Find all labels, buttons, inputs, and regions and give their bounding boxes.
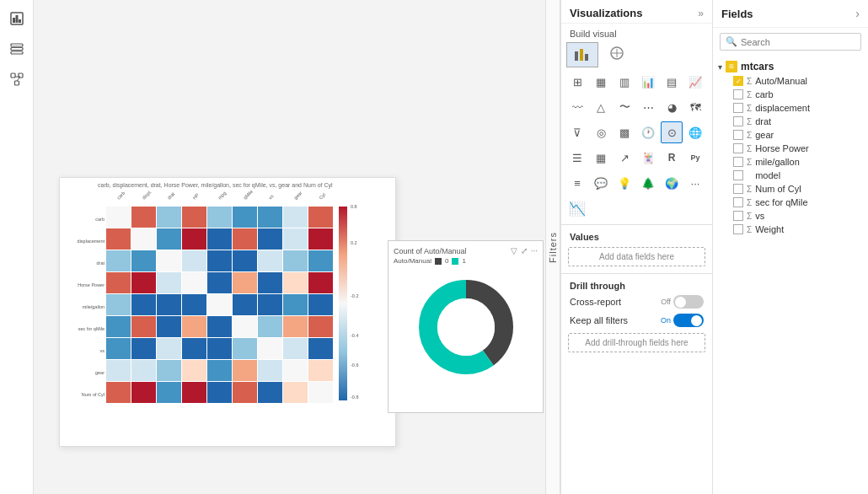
fields-item-gear[interactable]: Σ gear (713, 128, 868, 142)
viz-icon-speech[interactable]: 💬 (590, 172, 612, 194)
viz-icon-custom1[interactable]: 🌍 (661, 172, 683, 194)
keep-filters-toggle[interactable] (673, 314, 704, 327)
checkbox-vs[interactable] (733, 211, 743, 221)
svg-rect-7 (11, 73, 15, 78)
fields-item-weight[interactable]: Σ Weight (713, 223, 868, 236)
svg-rect-44 (233, 250, 257, 271)
expand-icon[interactable]: ⤢ (521, 246, 528, 255)
svg-rect-84 (106, 360, 131, 381)
left-sidebar (0, 0, 34, 494)
viz-icon-trend[interactable]: 📉 (566, 197, 588, 219)
svg-rect-5 (11, 48, 23, 51)
model-icon[interactable] (5, 67, 29, 91)
mini-chart: Count of Auto/Manual ▽ ⤢ ··· Auto/Manual… (388, 240, 544, 413)
data-icon[interactable] (5, 37, 29, 61)
checkbox-displacement[interactable] (733, 103, 743, 113)
viz-icon-stacked-bar[interactable]: ⊞ (566, 71, 588, 93)
viz-icon-bar-chart[interactable]: 📊 (637, 71, 659, 93)
svg-rect-1 (13, 18, 15, 23)
viz-icon-donut[interactable]: ⊙ (661, 121, 683, 143)
svg-text:drat: drat (166, 191, 175, 200)
viz-icon-gauge[interactable]: ◎ (590, 121, 612, 143)
checkbox-gear[interactable] (733, 130, 743, 140)
field-label-model: model (755, 170, 780, 180)
viz-icon-py[interactable]: Py (684, 147, 706, 169)
cross-report-toggle[interactable] (673, 295, 704, 309)
checkbox-drat[interactable] (733, 116, 743, 126)
viz-icon-scatter[interactable]: ⋯ (637, 96, 659, 118)
viz-icon-smart[interactable]: 💡 (613, 172, 635, 194)
checkbox-secforqmile[interactable] (733, 197, 743, 207)
svg-rect-24 (182, 207, 206, 228)
viz-icon-pie[interactable]: ◕ (661, 96, 683, 118)
fields-item-model[interactable]: Σ model (713, 169, 868, 182)
sigma-secforqmile: Σ (747, 198, 752, 207)
viz-tab-chart[interactable] (566, 42, 598, 67)
field-label-automanual: Auto/Manual (755, 76, 807, 86)
viz-icon-more[interactable]: ··· (684, 172, 706, 194)
checkbox-milepergallon[interactable] (733, 157, 743, 167)
viz-expand-icon[interactable]: » (698, 8, 704, 19)
fields-item-vs[interactable]: Σ vs (713, 209, 868, 223)
viz-icon-mountain[interactable]: △ (590, 96, 612, 118)
fields-item-milepergallon[interactable]: Σ mile/gallon (713, 155, 868, 169)
viz-icon-globe[interactable]: 🌐 (684, 121, 706, 143)
more-icon[interactable]: ··· (531, 246, 538, 255)
svg-rect-27 (258, 207, 282, 228)
filters-panel[interactable]: Filters (545, 0, 560, 494)
viz-icon-funnel[interactable]: ⊽ (566, 121, 588, 143)
viz-icon-r[interactable]: R (661, 147, 683, 169)
viz-icon-100-bar[interactable]: ▥ (613, 71, 635, 93)
viz-icon-table[interactable]: ☰ (566, 147, 588, 169)
filter-icon[interactable]: ▽ (511, 246, 517, 255)
viz-icon-decomp[interactable]: 🌲 (637, 172, 659, 194)
fields-item-numofcyl[interactable]: Σ Num of Cyl (713, 182, 868, 196)
checkbox-model[interactable] (733, 170, 743, 180)
svg-text:gear: gear (292, 191, 303, 201)
checkbox-automanual[interactable]: ✓ (733, 76, 743, 86)
svg-text:qMile: qMile (242, 190, 254, 201)
mini-chart-header: Count of Auto/Manual ▽ ⤢ ··· (394, 246, 538, 255)
viz-icon-area[interactable]: 〰 (566, 96, 588, 118)
checkbox-carb[interactable] (733, 89, 743, 99)
add-drillthrough-field[interactable]: Add drill-through fields here (568, 333, 705, 352)
fields-item-carb[interactable]: Σ carb (713, 88, 868, 101)
fields-item-secforqmile[interactable]: Σ sec for qMile (713, 196, 868, 209)
svg-rect-56 (308, 272, 333, 293)
search-input[interactable] (741, 37, 857, 47)
viz-icon-line-chart[interactable]: 📈 (684, 71, 706, 93)
fields-search-box[interactable]: 🔍 (720, 33, 861, 51)
viz-icon-kpi[interactable]: ↗ (613, 147, 635, 169)
filters-label: Filters (548, 232, 558, 263)
svg-rect-40 (131, 250, 156, 271)
viz-icon-ribbon[interactable]: 〜 (613, 96, 635, 118)
fields-group-mtcars[interactable]: ▾ ⊞ mtcars (713, 59, 868, 74)
svg-rect-61 (207, 294, 232, 315)
svg-text:Num of Cyl: Num of Cyl (82, 392, 104, 397)
checkbox-horsepower[interactable] (733, 143, 743, 153)
checkbox-weight[interactable] (733, 224, 743, 234)
report-icon[interactable] (5, 7, 29, 30)
viz-icon-matrix[interactable]: ▦ (590, 147, 612, 169)
field-label-drat: drat (755, 116, 771, 126)
fields-item-horsepower[interactable]: Σ Horse Power (713, 142, 868, 155)
add-values-field[interactable]: Add data fields here (568, 247, 705, 266)
svg-rect-80 (233, 338, 257, 359)
fields-item-automanual[interactable]: ✓ Σ Auto/Manual (713, 74, 868, 88)
viz-icon-map[interactable]: 🗺 (684, 96, 706, 118)
svg-rect-23 (157, 207, 181, 228)
fields-expand-icon[interactable]: › (855, 7, 860, 20)
cross-report-row: Cross-report Off (561, 293, 712, 311)
viz-tab-format[interactable] (602, 42, 632, 67)
viz-icon-card[interactable]: 🃏 (637, 147, 659, 169)
checkbox-numofcyl[interactable] (733, 184, 743, 194)
viz-icon-treemap[interactable]: ▩ (613, 121, 635, 143)
legend-label: Auto/Manual (394, 257, 431, 265)
fields-group-label: mtcars (741, 61, 774, 72)
viz-icon-clock[interactable]: 🕐 (637, 121, 659, 143)
fields-item-drat[interactable]: Σ drat (713, 115, 868, 128)
viz-icon-slicer[interactable]: ≡ (566, 172, 588, 194)
fields-item-displacement[interactable]: Σ displacement (713, 101, 868, 115)
viz-icon-clustered-bar[interactable]: ▦ (590, 71, 612, 93)
viz-icon-clustered-col[interactable]: ▤ (661, 71, 683, 93)
